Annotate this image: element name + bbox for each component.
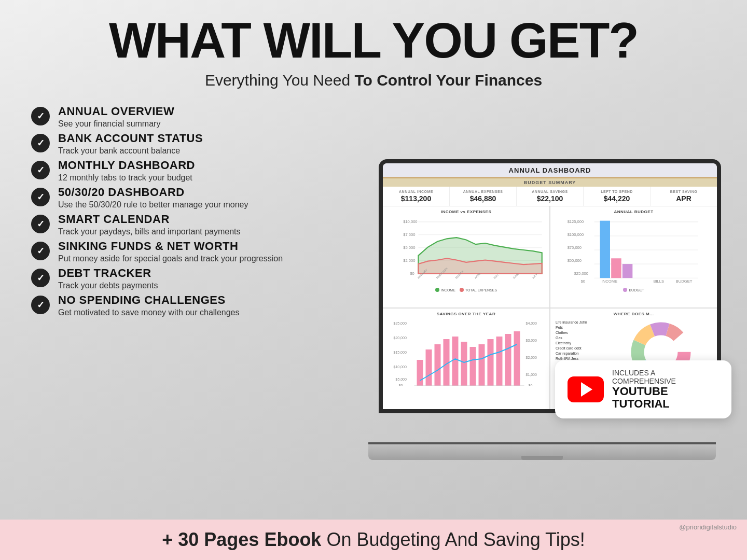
chart1-legend: INCOME TOTAL EXPENSES — [386, 288, 546, 292]
stat-label-4: BEST SAVING — [653, 190, 715, 193]
feature-desc-annual-overview: See your financial summary — [58, 119, 174, 129]
svg-rect-47 — [435, 344, 441, 386]
svg-text:$75,000: $75,000 — [568, 245, 582, 250]
svg-text:BILLS: BILLS — [653, 279, 664, 284]
svg-rect-46 — [426, 349, 432, 386]
svg-rect-52 — [479, 344, 485, 386]
stat-box-1: ANNUAL EXPENSES $46,880 — [450, 187, 517, 206]
svg-text:$2,000: $2,000 — [526, 356, 537, 359]
svg-text:INCOME: INCOME — [602, 279, 617, 284]
check-icon-503020 — [31, 188, 50, 206]
feature-title-annual-overview: ANNUAL OVERVIEW — [58, 105, 174, 118]
stat-value-3: $44,220 — [586, 194, 648, 203]
svg-text:BUDGET: BUDGET — [676, 279, 693, 284]
svg-rect-49 — [452, 337, 459, 386]
feature-desc-bank-account: Track your bank account balance — [58, 146, 203, 156]
feature-desc-503020: Use the 50/30/20 rule to better manage y… — [58, 200, 248, 209]
feature-desc-monthly-dashboard: 12 monthly tabs to track your budget — [58, 173, 195, 183]
legend-budget: BUDGET — [623, 288, 644, 292]
budget-summary-label: BUDGET SUMMARY — [383, 177, 717, 187]
features-list: ANNUAL OVERVIEW See your financial summa… — [31, 105, 342, 514]
feature-desc-sinking-funds: Put money aside for special goals and tr… — [58, 254, 283, 263]
stat-label-1: ANNUAL EXPENSES — [452, 190, 514, 193]
svg-text:$125,000: $125,000 — [568, 219, 584, 224]
svg-text:$50,000: $50,000 — [568, 258, 582, 263]
banner-bold: + 30 Pages Ebook — [162, 529, 321, 550]
feature-smart-calendar: SMART CALENDAR Track your paydays, bills… — [31, 213, 342, 236]
chart-annual-budget: ANNUAL BUDGET $125,000 $100,000 $75,000 … — [550, 206, 717, 307]
svg-rect-30 — [622, 264, 633, 278]
svg-text:$20,000: $20,000 — [394, 336, 407, 340]
svg-rect-55 — [505, 334, 511, 386]
feature-title-debt-tracker: DEBT TRACKER — [58, 267, 158, 280]
bottom-banner: + 30 Pages Ebook On Budgeting And Saving… — [0, 520, 747, 560]
svg-rect-53 — [488, 339, 494, 386]
svg-point-64 — [651, 342, 671, 362]
feature-monthly-dashboard: MONTHLY DASHBOARD 12 monthly tabs to tra… — [31, 159, 342, 183]
subtitle-bold: To Control Your Finances — [354, 72, 542, 89]
youtube-text: INCLUDES A COMPREHENSIVE YOUTUBE TUTORIA… — [612, 369, 719, 410]
chart3-svg: $25,000 $20,000 $15,000 $10,000 $5,000 $… — [386, 318, 546, 386]
svg-text:$10,000: $10,000 — [394, 365, 407, 369]
svg-text:$0: $0 — [529, 384, 533, 386]
stat-box-3: LEFT TO SPEND $44,220 — [584, 187, 651, 206]
svg-text:$4,000: $4,000 — [526, 321, 537, 325]
laptop-area: ANNUAL DASHBOARD BUDGET SUMMARY ANNUAL I… — [363, 105, 726, 514]
chart2-svg: $125,000 $100,000 $75,000 $50,000 $25,00… — [554, 216, 714, 284]
main-container: WHAT WILL YOU GET? Everything You Need T… — [0, 0, 747, 560]
svg-rect-29 — [611, 258, 621, 278]
svg-text:$2,500: $2,500 — [403, 258, 415, 263]
check-icon-bank-account — [31, 134, 50, 152]
feature-text-smart-calendar: SMART CALENDAR Track your paydays, bills… — [58, 213, 241, 236]
feature-text-503020: 50/30/20 DASHBOARD Use the 50/30/20 rule… — [58, 186, 248, 209]
svg-rect-56 — [514, 331, 520, 386]
chart2-legend: BUDGET — [554, 288, 714, 292]
feature-no-spending: NO SPENDING CHALLENGES Get motivated to … — [31, 293, 342, 317]
svg-text:$5,000: $5,000 — [396, 377, 407, 381]
check-icon-annual-overview — [31, 107, 50, 125]
feature-title-sinking-funds: SINKING FUNDS & NET WORTH — [58, 240, 283, 253]
tutorial-label: YOUTUBE TUTORIAL — [612, 385, 719, 410]
feature-title-monthly-dashboard: MONTHLY DASHBOARD — [58, 159, 195, 172]
svg-text:$0: $0 — [410, 271, 414, 276]
svg-text:$25,000: $25,000 — [394, 321, 407, 325]
stat-label-0: ANNUAL INCOME — [385, 190, 447, 193]
svg-text:$10,000: $10,000 — [403, 219, 417, 224]
legend-income: INCOME — [435, 288, 455, 292]
chart2-title: ANNUAL BUDGET — [554, 209, 714, 214]
stat-value-4: APR — [653, 194, 715, 203]
svg-text:$1,000: $1,000 — [526, 373, 537, 376]
subtitle: Everything You Need To Control Your Fina… — [31, 72, 716, 89]
svg-text:$15,000: $15,000 — [394, 351, 407, 354]
feature-text-debt-tracker: DEBT TRACKER Track your debts payments — [58, 267, 158, 290]
check-icon-smart-calendar — [31, 215, 50, 233]
stat-value-0: $113,200 — [385, 194, 447, 203]
stat-box-2: ANNUAL SAVINGS $22,100 — [517, 187, 584, 206]
check-icon-debt-tracker — [31, 269, 50, 287]
watermark: @prioridigitalstudio — [679, 523, 737, 531]
chart-income-expenses: INCOME vs EXPENSES $10,000 $7,500 $5,000… — [383, 206, 549, 307]
feature-desc-smart-calendar: Track your paydays, bills and important … — [58, 227, 241, 236]
stat-value-1: $46,880 — [452, 194, 514, 203]
chart1-svg: $10,000 $7,500 $5,000 $2,500 $0 — [386, 216, 546, 284]
check-icon-no-spending — [31, 296, 50, 314]
feature-text-sinking-funds: SINKING FUNDS & NET WORTH Put money asid… — [58, 240, 283, 263]
svg-text:$0: $0 — [399, 384, 403, 386]
feature-title-no-spending: NO SPENDING CHALLENGES — [58, 293, 240, 307]
laptop-wrapper: ANNUAL DASHBOARD BUDGET SUMMARY ANNUAL I… — [368, 159, 721, 460]
check-icon-sinking-funds — [31, 242, 50, 260]
laptop-base — [368, 444, 716, 460]
chart1-title: INCOME vs EXPENSES — [386, 209, 546, 214]
svg-text:$100,000: $100,000 — [568, 232, 584, 237]
feature-sinking-funds: SINKING FUNDS & NET WORTH Put money asid… — [31, 240, 342, 263]
svg-text:$5,000: $5,000 — [403, 245, 415, 250]
feature-text-annual-overview: ANNUAL OVERVIEW See your financial summa… — [58, 105, 174, 129]
feature-annual-overview: ANNUAL OVERVIEW See your financial summa… — [31, 105, 342, 129]
svg-rect-50 — [461, 342, 467, 386]
feature-debt-tracker: DEBT TRACKER Track your debts payments — [31, 267, 342, 290]
feature-503020: 50/30/20 DASHBOARD Use the 50/30/20 rule… — [31, 186, 342, 209]
youtube-badge: INCLUDES A COMPREHENSIVE YOUTUBE TUTORIA… — [555, 360, 731, 418]
svg-rect-54 — [496, 337, 503, 386]
youtube-icon — [568, 376, 604, 402]
svg-text:$25,000: $25,000 — [574, 271, 588, 276]
